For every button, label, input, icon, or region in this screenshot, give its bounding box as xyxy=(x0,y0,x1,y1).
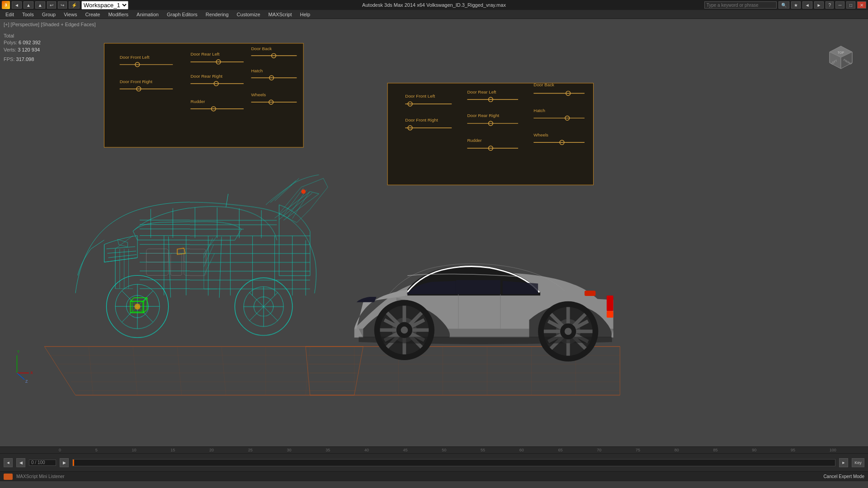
tl-num-15: 15 xyxy=(170,448,175,452)
svg-text:Wheels: Wheels xyxy=(251,92,266,97)
svg-rect-147 xyxy=(184,253,206,263)
menu-maxscript[interactable]: MAXScript xyxy=(265,10,296,19)
timeline-numbers: 0 5 10 15 20 25 30 35 40 45 50 55 60 65 … xyxy=(0,446,868,453)
timeline-track[interactable] xyxy=(72,459,835,466)
title-bar-left: 3 ◄ ▲ ▲ ↩ ↪ ⚡ Workspace_1 xyxy=(2,1,128,9)
tl-num-95: 95 xyxy=(791,448,795,452)
svg-point-185 xyxy=(565,328,572,335)
stats-panel: Total Polys: 6 092 392 Verts: 3 120 934 … xyxy=(4,33,41,63)
svg-text:Hatch: Hatch xyxy=(533,108,545,113)
tb-btn-4[interactable]: ↩ xyxy=(47,1,56,9)
timeline-key-btn[interactable]: Key xyxy=(852,458,864,467)
menu-help[interactable]: Help xyxy=(297,10,314,19)
status-color-btn[interactable] xyxy=(4,474,13,480)
timeline-number-row: 0 5 10 15 20 25 30 35 40 45 50 55 60 65 … xyxy=(59,448,836,452)
svg-rect-148 xyxy=(170,253,181,276)
tb-btn-1[interactable]: ◄ xyxy=(12,1,22,9)
workspace-select[interactable]: Workspace_1 xyxy=(81,1,128,9)
prev-btn[interactable]: ◄ xyxy=(802,1,812,9)
window-title: Autodesk 3ds Max 2014 x64 Volkswagen_ID.… xyxy=(362,2,506,8)
tl-num-20: 20 xyxy=(209,448,214,452)
svg-text:Wheels: Wheels xyxy=(533,132,548,137)
verts-label: Verts: xyxy=(4,47,16,52)
svg-text:Z: Z xyxy=(25,379,28,384)
svg-line-151 xyxy=(130,298,134,301)
maximize-btn[interactable]: □ xyxy=(846,1,855,9)
menu-views[interactable]: Views xyxy=(60,10,80,19)
tl-num-70: 70 xyxy=(597,448,601,452)
svg-rect-161 xyxy=(585,291,595,296)
menu-animation[interactable]: Animation xyxy=(133,10,162,19)
svg-line-122 xyxy=(292,192,310,219)
menu-group[interactable]: Group xyxy=(38,10,60,19)
svg-line-154 xyxy=(144,309,147,313)
svg-text:Rudder: Rudder xyxy=(467,138,482,143)
tl-num-45: 45 xyxy=(403,448,408,452)
menu-graph-editors[interactable]: Graph Editors xyxy=(163,10,201,19)
tb-btn-5[interactable]: ↪ xyxy=(58,1,67,9)
menu-tools[interactable]: Tools xyxy=(19,10,38,19)
tl-num-5: 5 xyxy=(95,448,98,452)
minimize-btn[interactable]: ─ xyxy=(835,1,844,9)
tb-btn-6[interactable]: ⚡ xyxy=(69,1,80,9)
viewport-label: [+] [Perspective] [Shaded + Edged Faces] xyxy=(4,22,96,27)
next-btn[interactable]: ► xyxy=(814,1,824,9)
svg-line-18 xyxy=(177,347,182,395)
svg-rect-159 xyxy=(607,296,613,311)
total-label: Total xyxy=(4,33,14,38)
rendered-car: VW xyxy=(354,264,613,361)
title-bar: 3 ◄ ▲ ▲ ↩ ↪ ⚡ Workspace_1 Autodesk 3ds M… xyxy=(0,0,868,10)
svg-text:Door Front Left: Door Front Left xyxy=(405,94,435,99)
svg-text:TOP: TOP xyxy=(838,51,844,54)
menu-customize[interactable]: Customize xyxy=(233,10,264,19)
fps-label: FPS: xyxy=(4,56,14,62)
right-ui-panel: Door Front Left Door Rear Left Door Back… xyxy=(387,82,593,185)
svg-text:Door Front Left: Door Front Left xyxy=(120,55,150,60)
menu-create[interactable]: Create xyxy=(81,10,104,19)
tb-btn-3[interactable]: ▲ xyxy=(35,1,45,9)
svg-text:Door Rear Right: Door Rear Right xyxy=(190,74,222,79)
svg-line-9 xyxy=(354,347,363,395)
tl-num-90: 90 xyxy=(752,448,756,452)
search-input[interactable] xyxy=(704,1,777,9)
status-right: Cancel Expert Mode xyxy=(823,474,864,479)
bookmark-btn[interactable]: ★ xyxy=(791,1,801,9)
nav-cube[interactable]: TOP LEFT FRONT xyxy=(827,44,854,71)
help-btn[interactable]: ? xyxy=(826,1,834,9)
svg-text:Hatch: Hatch xyxy=(251,68,263,73)
tl-num-85: 85 xyxy=(713,448,717,452)
timeline-marker xyxy=(73,460,74,466)
polys-value: 6 092 392 xyxy=(19,40,41,45)
wireframe-car xyxy=(75,175,328,338)
svg-line-8 xyxy=(44,347,75,395)
timeline[interactable]: ◄ ◀ 0 / 100 ▶ ► Key xyxy=(0,453,868,471)
svg-line-143 xyxy=(279,193,312,220)
svg-text:Door Back: Door Back xyxy=(251,46,272,51)
left-ui-panel: Door Front Left Door Rear Left Door Back… xyxy=(104,43,303,147)
timeline-play-btn[interactable]: ◄ xyxy=(4,458,13,467)
menu-edit[interactable]: Edit xyxy=(2,10,18,19)
svg-point-156 xyxy=(301,189,306,194)
tl-num-65: 65 xyxy=(558,448,563,452)
viewport-header: [+] [Perspective] [Shaded + Edged Faces] xyxy=(4,22,96,27)
timeline-end-btn[interactable]: ► xyxy=(839,458,848,467)
svg-line-188 xyxy=(17,373,25,380)
cancel-expert-mode-btn[interactable]: Cancel Expert Mode xyxy=(823,474,864,479)
menu-rendering[interactable]: Rendering xyxy=(202,10,232,19)
svg-text:Rudder: Rudder xyxy=(190,99,205,104)
viewport[interactable]: [+] [Perspective] [Shaded + Edged Faces]… xyxy=(0,19,868,446)
close-btn[interactable]: ✕ xyxy=(857,1,866,9)
search-btn[interactable]: 🔍 xyxy=(778,1,789,9)
tl-num-40: 40 xyxy=(364,448,369,452)
tb-btn-2[interactable]: ▲ xyxy=(24,1,33,9)
tl-num-0: 0 xyxy=(59,448,61,452)
svg-line-103 xyxy=(219,237,222,298)
svg-line-119 xyxy=(204,253,215,276)
menu-modifiers[interactable]: Modifiers xyxy=(104,10,132,19)
status-left: MAXScript Mini Listener xyxy=(4,474,65,480)
svg-text:Door Front Right: Door Front Right xyxy=(405,117,438,122)
frame-display: 0 / 100 xyxy=(29,460,56,466)
status-info: MAXScript Mini Listener xyxy=(16,474,65,479)
timeline-next-btn[interactable]: ▶ xyxy=(60,458,69,467)
timeline-prev-btn[interactable]: ◀ xyxy=(16,458,25,467)
